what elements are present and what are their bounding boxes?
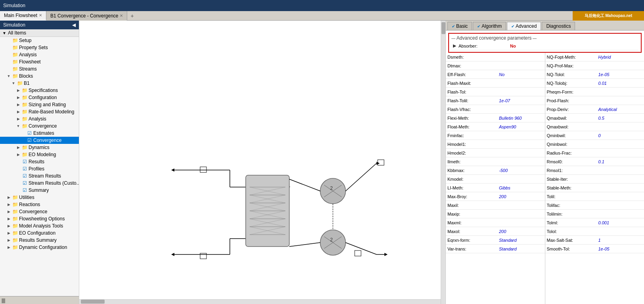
tab-main-flowsheet[interactable]: Main Flowsheet ✕ [0, 11, 46, 21]
simulation-bar: Simulation [0, 0, 644, 11]
left-param-value[interactable]: 1e-07 [499, 98, 543, 103]
sidebar-item-eo-modeling[interactable]: ▶ 📁 EO Modeling [0, 151, 79, 158]
sidebar-item-convergence-main[interactable]: ▶ 📁 Convergence [0, 208, 79, 215]
check-icon-estimates: ☑ [26, 130, 32, 136]
label-sizing-rating: Sizing and Rating [29, 102, 66, 107]
tab-diagnostics[interactable]: Diagnostics [542, 22, 575, 30]
sidebar-item-analysis2[interactable]: ▶ 📁 Analysis [0, 115, 79, 122]
left-param-value[interactable]: 200 [499, 229, 543, 234]
sidebar-item-flowsheeting-options[interactable]: ▶ 📁 Flowsheeting Options [0, 215, 79, 222]
tab-b1-convergence[interactable]: B1 Convergence - Convergence ✕ [46, 11, 127, 21]
tab-basic[interactable]: ✔ Basic [447, 22, 472, 30]
sidebar-item-rate-based[interactable]: ▶ 📁 Rate-Based Modeling [0, 108, 79, 115]
tab-main-flowsheet-close[interactable]: ✕ [39, 13, 42, 17]
arrow-sizing-rating: ▶ [16, 103, 21, 107]
scrollbar-thumb-h[interactable] [81, 300, 105, 304]
label-blocks: Blocks [19, 73, 33, 79]
flowsheet-scroll[interactable]: 1 2 3 4 B1 [79, 21, 445, 304]
left-param-value[interactable]: Bulletin 960 [499, 116, 543, 120]
right-param-row: Rmsol1: [545, 166, 644, 175]
right-param-value[interactable]: 0 [598, 133, 643, 138]
sidebar-item-configuration[interactable]: ▶ 📁 Configuration [0, 94, 79, 101]
sidebar-item-specifications[interactable]: ▶ 📁 Specifications [0, 87, 79, 94]
sidebar-collapse-btn[interactable]: ◀ [72, 22, 76, 28]
sidebar-item-sizing-rating[interactable]: ▶ 📁 Sizing and Rating [0, 101, 79, 108]
folder-icon-flowsheet: 📁 [12, 59, 18, 65]
right-param-value[interactable]: 0.5 [598, 116, 643, 120]
sidebar-item-b1[interactable]: ▼ 📁 B1 [0, 80, 79, 87]
all-items-label[interactable]: All Items [8, 30, 26, 36]
right-param-value[interactable]: 0.1 [598, 159, 643, 164]
sidebar-item-summary[interactable]: ☑ Summary [0, 187, 79, 194]
left-param-row: Dtmax: [446, 61, 545, 70]
right-param-value[interactable]: 1e-05 [598, 247, 643, 251]
sidebar-item-dynamic-configuration[interactable]: ▶ 📁 Dynamic Configuration [0, 244, 79, 251]
adv-section-title: — Advanced convergence parameters — [451, 35, 638, 41]
absorber-expand-arrow[interactable]: ▶ [453, 43, 459, 48]
left-param-value[interactable]: Standard [499, 247, 543, 251]
sidebar-item-reactions[interactable]: ▶ 📁 Reactions [0, 201, 79, 208]
right-param-value[interactable]: 0.01 [598, 81, 643, 86]
flowsheet-area: 1 2 3 4 B1 [79, 21, 446, 304]
right-panel-tabs: ✔ Basic ✔ Algorithm ✔ Advanced Diagnosti… [446, 21, 644, 31]
right-param-label: Pheqm-Form: [547, 90, 598, 94]
left-param-row: Flash-Vfrac: [446, 105, 545, 114]
arrow-flowsheeting-options: ▶ [6, 217, 11, 221]
sidebar-item-setup[interactable]: 📁 Setup [0, 37, 79, 44]
folder-icon-blocks: 📁 [12, 73, 18, 79]
right-param-label: Max-Salt-Sat: [547, 238, 598, 243]
right-param-value[interactable]: 0.001 [598, 220, 643, 225]
left-param-value[interactable]: Aspen90 [499, 124, 543, 129]
left-param-label: Flash-Maxit: [447, 81, 499, 86]
flowsheet-scrollbar[interactable] [441, 21, 445, 304]
tab-algorithm[interactable]: ✔ Algorithm [473, 22, 506, 30]
sidebar-item-convergence-sub[interactable]: ☑ Convergence [0, 137, 79, 144]
sidebar-item-estimates[interactable]: ☑ Estimates [0, 130, 79, 137]
all-items-arrow[interactable]: ▼ [2, 31, 6, 35]
left-param-value[interactable]: No [499, 72, 543, 77]
right-param-value[interactable]: Analytical [598, 107, 643, 112]
sidebar-item-blocks[interactable]: ▼ 📁 Blocks [0, 73, 79, 80]
scrollbar-thumb[interactable] [441, 22, 445, 34]
left-param-value[interactable]: 200 [499, 194, 543, 199]
left-param-value[interactable]: Standard [499, 238, 543, 243]
tab-add-button[interactable]: + [127, 13, 137, 19]
sidebar-item-utilities[interactable]: ▶ 📁 Utilities [0, 194, 79, 201]
label-stream-results: Stream Results [29, 173, 61, 179]
left-param-value[interactable]: Gibbs [499, 185, 543, 190]
right-param-row: Pheqm-Form: [545, 88, 644, 96]
sidebar-item-dynamics[interactable]: ▶ 📁 Dynamics [0, 144, 79, 151]
sidebar: Simulation ◀ ▼ All Items 📁 Setup 📁 Prope… [0, 21, 79, 304]
sidebar-item-flowsheet[interactable]: 📁 Flowsheet [0, 58, 79, 65]
left-param-value[interactable]: -500 [499, 168, 543, 173]
tab-advanced[interactable]: ✔ Advanced [507, 22, 541, 30]
sidebar-bottom: ||| [0, 296, 79, 304]
right-param-label: NQ-Tolobj: [547, 81, 598, 86]
svg-text:2: 2 [330, 237, 333, 243]
absorber-value[interactable]: No [510, 44, 637, 48]
sidebar-item-analysis[interactable]: 📁 Analysis [0, 51, 79, 58]
sidebar-item-results[interactable]: ☑ Results [0, 158, 79, 165]
right-param-row: NQ-Tolobj:0.01 [545, 79, 644, 88]
right-param-value[interactable]: 1 [598, 238, 643, 243]
right-param-value[interactable]: 1e-05 [598, 72, 643, 77]
right-param-value[interactable]: Hybrid [598, 55, 643, 59]
sidebar-item-results-summary[interactable]: ▶ 📁 Results Summary [0, 237, 79, 244]
sidebar-item-stream-results-custom[interactable]: ☑ Stream Results (Custo... [0, 180, 79, 187]
folder-icon-rate-based: 📁 [21, 109, 28, 115]
flowsheet-scrollbar-h[interactable] [79, 299, 441, 304]
left-param-label: Fminfac: [447, 133, 499, 138]
sidebar-item-convergence-b1[interactable]: ▼ 📁 Convergence [0, 122, 79, 130]
right-param-label: Tolil: [547, 194, 598, 199]
right-param-label: Qmaxbwol: [547, 124, 598, 129]
sidebar-item-property-sets[interactable]: 📁 Property Sets [0, 44, 79, 51]
sidebar-item-streams[interactable]: 📁 Streams [0, 65, 79, 73]
sidebar-item-profiles[interactable]: ☑ Profiles [0, 165, 79, 172]
sidebar-item-eo-configuration[interactable]: ▶ 📁 EO Configuration [0, 229, 79, 237]
sidebar-item-model-analysis-tools[interactable]: ▶ 📁 Model Analysis Tools [0, 222, 79, 229]
tab-b1-close[interactable]: ✕ [120, 13, 123, 18]
sidebar-item-stream-results[interactable]: ☑ Stream Results [0, 172, 79, 180]
watermark-text: 马后炮化工 Mahoupao.net [585, 13, 633, 19]
right-param-label: Prod-Flash: [547, 98, 598, 103]
arrow-convergence-b1: ▼ [16, 124, 21, 128]
